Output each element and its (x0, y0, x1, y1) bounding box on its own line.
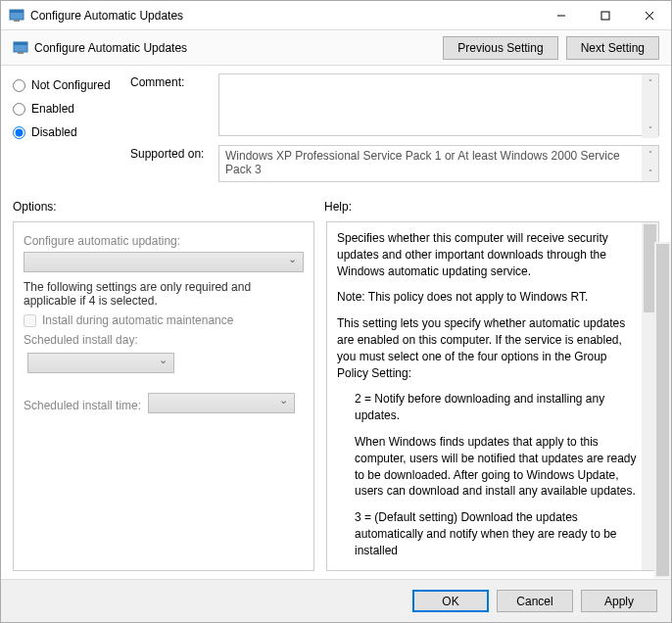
supported-on-label: Supported on: (130, 145, 218, 182)
configure-updating-label: Configure automatic updating: (24, 234, 304, 248)
supported-on-value: Windows XP Professional Service Pack 1 o… (218, 145, 659, 182)
install-maintenance-label: Install during automatic maintenance (42, 313, 233, 327)
scheduled-time-combo[interactable] (148, 393, 295, 413)
install-maintenance-checkbox[interactable] (24, 314, 36, 327)
help-text: This setting lets you specify whether au… (337, 315, 639, 381)
policy-icon (13, 40, 28, 56)
scroll-down-icon[interactable]: ˅ (642, 121, 658, 138)
radio-enabled-label: Enabled (31, 102, 74, 116)
scroll-up-icon[interactable]: ˄ (642, 74, 658, 91)
minimize-button[interactable] (539, 1, 583, 29)
radio-disabled[interactable]: Disabled (13, 120, 130, 144)
help-section-label: Help: (324, 200, 352, 214)
cancel-button[interactable]: Cancel (497, 590, 573, 612)
help-panel: Specifies whether this computer will rec… (326, 221, 659, 571)
section-labels: Options: Help: (1, 196, 671, 217)
svg-rect-4 (601, 12, 609, 20)
window-scrollbar[interactable] (654, 242, 671, 578)
titlebar: Configure Automatic Updates (1, 1, 671, 30)
install-maintenance-check[interactable]: Install during automatic maintenance (24, 313, 304, 327)
svg-rect-8 (14, 42, 27, 45)
scroll-down-icon[interactable]: ˅ (642, 165, 658, 181)
configure-updating-combo[interactable] (24, 252, 304, 272)
svg-rect-1 (10, 10, 24, 13)
scheduled-day-label: Scheduled install day: (24, 333, 304, 347)
supported-scrollbar[interactable]: ˄˅ (642, 146, 658, 181)
radio-not-configured-label: Not Configured (31, 78, 111, 92)
policy-title: Configure Automatic Updates (34, 41, 435, 55)
radio-enabled[interactable]: Enabled (13, 97, 130, 120)
comment-scrollbar[interactable]: ˄˅ (642, 74, 658, 138)
scheduled-day-combo[interactable] (27, 353, 174, 373)
radio-disabled-label: Disabled (31, 125, 77, 139)
comment-label: Comment: (130, 73, 218, 139)
close-button[interactable] (627, 1, 671, 29)
options-section-label: Options: (13, 200, 324, 214)
help-text: 3 = (Default setting) Download the updat… (337, 509, 639, 558)
radio-not-configured-input[interactable] (13, 79, 25, 92)
upper-area: Not Configured Enabled Disabled Comment:… (1, 66, 671, 196)
options-note: The following settings are only required… (24, 280, 304, 308)
radio-enabled-input[interactable] (13, 103, 25, 116)
comment-textarea[interactable] (218, 73, 659, 136)
help-text: Specifies whether this computer will rec… (337, 230, 639, 279)
state-radio-group: Not Configured Enabled Disabled (13, 73, 130, 188)
ok-button[interactable]: OK (412, 590, 489, 612)
help-text: When Windows finds updates that apply to… (337, 434, 639, 500)
header-strip: Configure Automatic Updates Previous Set… (1, 30, 671, 66)
footer: OK Cancel Apply (1, 579, 671, 622)
panels-row: Configure automatic updating: The follow… (1, 217, 671, 579)
help-text: Note: This policy does not apply to Wind… (337, 289, 639, 306)
radio-not-configured[interactable]: Not Configured (13, 73, 130, 97)
next-setting-button[interactable]: Next Setting (566, 36, 659, 60)
svg-rect-9 (18, 52, 24, 54)
meta-column: Comment: ˄˅ Supported on: Windows XP Pro… (130, 73, 659, 188)
scroll-up-icon[interactable]: ˄ (642, 146, 658, 163)
help-text: Windows finds updates that apply to the … (337, 569, 639, 571)
app-icon (9, 8, 24, 24)
radio-disabled-input[interactable] (13, 126, 25, 139)
options-panel: Configure automatic updating: The follow… (13, 221, 314, 571)
maximize-button[interactable] (583, 1, 627, 29)
apply-button[interactable]: Apply (581, 590, 657, 612)
scheduled-time-label: Scheduled install time: (24, 399, 141, 412)
svg-rect-2 (14, 20, 20, 22)
window-scroll-thumb[interactable] (656, 244, 669, 576)
window-title: Configure Automatic Updates (30, 9, 539, 23)
help-text: 2 = Notify before downloading and instal… (337, 391, 639, 424)
previous-setting-button[interactable]: Previous Setting (443, 36, 557, 60)
